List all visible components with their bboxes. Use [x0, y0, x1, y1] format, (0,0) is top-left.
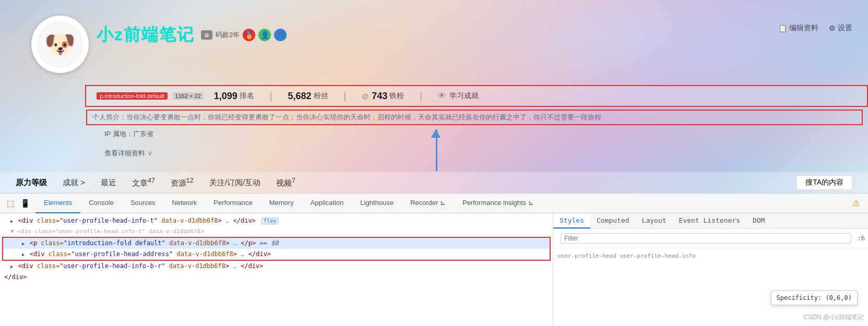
edit-icon: 📋: [778, 24, 787, 32]
arrow-line: [436, 129, 437, 171]
styles-tab-styles[interactable]: Styles: [553, 213, 590, 228]
profile-title-area: 小z前端笔记 🖥 码龄2年 🏅 👤 🎵: [97, 23, 287, 46]
html-line-4: <div class="user-profile-head-address" d…: [3, 249, 550, 260]
tab-performance[interactable]: Performance: [205, 194, 260, 213]
search-ta-button[interactable]: 搜TA的内容: [796, 175, 852, 190]
nav-tab-resources[interactable]: 资源12: [171, 177, 194, 188]
top-right-buttons: 📋 编辑资料 ⚙ 设置: [778, 23, 852, 33]
html-line-3[interactable]: <p class="introduction-fold default" dat…: [3, 238, 550, 249]
stat-divider-3: |: [420, 91, 422, 102]
settings-icon: ⚙: [829, 24, 836, 32]
specificity-text: Specificity: (0,6,0): [777, 294, 852, 301]
nav-tab-level[interactable]: 原力等级: [16, 178, 47, 188]
devtools-tabs: Elements Console Sources Network Perform…: [35, 194, 542, 213]
stats-row: p.introduction-fold.default 1162 × 22 1,…: [85, 85, 868, 107]
styles-filter-input[interactable]: [561, 233, 851, 244]
device-icon[interactable]: 📱: [19, 197, 31, 210]
tab-memory[interactable]: Memory: [261, 194, 302, 213]
inspect-icon[interactable]: ⬚: [4, 197, 17, 210]
profile-name: 小z前端笔记: [97, 23, 195, 46]
html-line-5: <div class="user-profile-head-info-b-r" …: [0, 261, 553, 272]
filter-row: :h: [553, 229, 868, 248]
settings-button[interactable]: ⚙ 设置: [829, 23, 852, 33]
triangle-3[interactable]: [22, 238, 25, 249]
avatar: 🐶: [31, 16, 89, 73]
edit-label: 编辑资料: [789, 23, 818, 33]
nav-tab-follow[interactable]: 关注/订阅/互动: [209, 178, 260, 188]
devtools-panel: ⬚ 📱 Elements Console Sources Network Per…: [0, 193, 868, 326]
stat-fans: 5,682 粉丝: [288, 91, 328, 102]
stat-achievements: 👁 学习成就: [438, 91, 479, 101]
stat-iron-fans: ⊘ 743 铁粉: [362, 91, 404, 102]
nav-tab-video[interactable]: 视频7: [276, 177, 295, 188]
nav-tab-recent[interactable]: 最近: [101, 178, 116, 188]
fans-number: 5,682: [288, 91, 312, 102]
iron-fans-label: 铁粉: [389, 91, 404, 101]
view-profile-text: 查看详细资料 ∨: [104, 149, 153, 157]
code-age-badge: 码龄2年: [216, 30, 240, 40]
avatar-image: 🐶: [37, 21, 84, 68]
tab-application[interactable]: Application: [302, 194, 352, 213]
specificity-tooltip: Specificity: (0,6,0): [771, 291, 858, 305]
view-profile-link[interactable]: 查看详细资料 ∨: [104, 149, 153, 158]
styles-tab-event-listeners[interactable]: Event Listeners: [673, 213, 746, 228]
level-icon-blue: 🎵: [274, 29, 287, 41]
element-size-label: 1162 × 22: [173, 92, 204, 100]
iron-icon: ⊘: [362, 91, 368, 101]
devtools-left-icons: ⬚ 📱: [4, 197, 31, 210]
css-selector-text: user-profile-head user-profile-head-info: [557, 252, 864, 259]
level-icon-green: 👤: [258, 29, 271, 41]
html-line-2: ▼ <div class="user-profile-head-info-t" …: [0, 226, 553, 237]
element-tag-label: p.introduction-fold.default: [97, 92, 168, 100]
styles-tab-computed[interactable]: Computed: [590, 213, 636, 228]
styles-tab-dom[interactable]: DOM: [746, 213, 771, 228]
styles-tabs: Styles Computed Layout Event Listeners D…: [553, 213, 868, 229]
devtools-body: <div class="user-profile-head-info-t" da…: [0, 213, 868, 326]
warning-icon: ⚠: [848, 198, 864, 208]
level-icon-red: 🏅: [243, 29, 255, 41]
triangle-1[interactable]: [10, 215, 13, 226]
tag-div-1: <div: [18, 217, 37, 224]
tab-sources[interactable]: Sources: [122, 194, 164, 213]
selected-lines-box: <p class="introduction-fold default" dat…: [2, 237, 551, 261]
tab-recorder[interactable]: Recorder ⊾: [402, 194, 454, 213]
triangle-5[interactable]: [10, 261, 13, 272]
filter-suffix: :h: [858, 235, 865, 242]
badge-area: 🖥 码龄2年 🏅 👤 🎵: [201, 29, 287, 41]
platform-icon: 🖥: [201, 30, 212, 40]
tab-lighthouse[interactable]: Lighthouse: [352, 194, 402, 213]
tab-elements[interactable]: Elements: [35, 194, 80, 213]
html-line-1: <div class="user-profile-head-info-t" da…: [0, 215, 553, 226]
nav-tabs: 原力等级 成就 > 最近 文章47 资源12 关注/订阅/互动 视频7 搜TA的…: [0, 172, 868, 193]
achievements-label: 学习成就: [449, 91, 479, 101]
rank-number: 1,099: [214, 91, 237, 102]
stat-rank: 1,099 排名: [214, 91, 254, 102]
tab-performance-insights[interactable]: Performance insights ⊾: [454, 194, 542, 213]
devtools-toolbar: ⬚ 📱 Elements Console Sources Network Per…: [0, 194, 868, 213]
csdn-watermark: CSDN @小z前端笔记: [803, 313, 864, 322]
ip-location: IP 属地：广东省: [104, 129, 153, 139]
rank-label: 排名: [240, 91, 254, 101]
styles-tab-layout[interactable]: Layout: [636, 213, 673, 228]
styles-pane: Styles Computed Layout Event Listeners D…: [553, 213, 868, 326]
fans-label: 粉丝: [314, 91, 328, 101]
ip-text: IP 属地：广东省: [104, 130, 153, 138]
settings-label: 设置: [838, 23, 852, 33]
edit-profile-button[interactable]: 📋 编辑资料: [778, 23, 818, 33]
stat-divider-1: |: [270, 91, 272, 102]
nav-tab-achievements[interactable]: 成就 >: [63, 178, 85, 188]
nav-tab-articles[interactable]: 文章47: [132, 177, 155, 188]
stat-divider-2: |: [344, 91, 347, 102]
tab-console[interactable]: Console: [80, 194, 122, 213]
bio-row: 个人简介：当你决心要变勇敢一点时，你就已经变得更勇敢了一点；当你决心实现你的天命…: [86, 110, 863, 125]
bio-text: 个人简介：当你决心要变勇敢一点时，你就已经变得更勇敢了一点；当你决心实现你的天命…: [92, 113, 601, 121]
eye-icon: 👁: [438, 91, 446, 101]
html-line-6: </div>: [0, 272, 553, 282]
triangle-4[interactable]: [22, 249, 25, 260]
tab-network[interactable]: Network: [164, 194, 206, 213]
profile-background: 🐶 小z前端笔记 🖥 码龄2年 🏅 👤 🎵 📋 编辑资料 ⚙ 设置 p.intr…: [0, 0, 868, 193]
elements-pane: <div class="user-profile-head-info-t" da…: [0, 213, 553, 326]
iron-fans-number: 743: [372, 91, 387, 102]
